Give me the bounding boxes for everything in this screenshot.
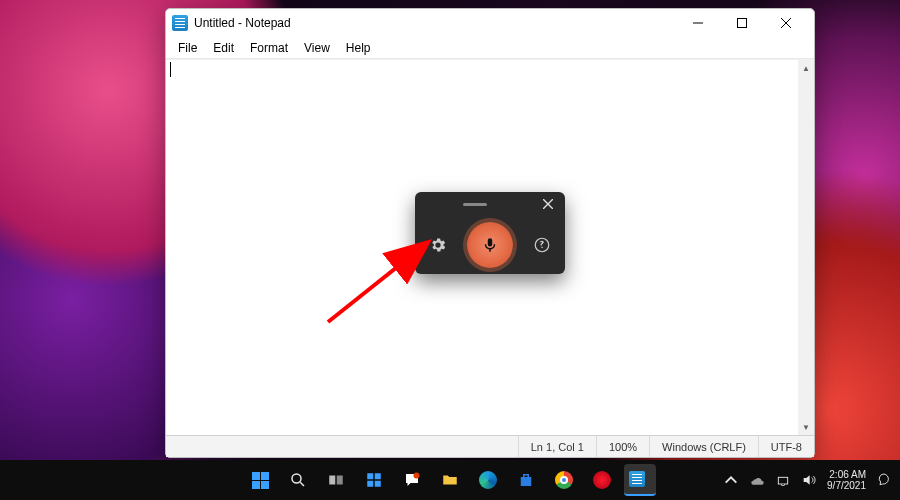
network-icon[interactable] (775, 472, 791, 488)
voice-close-button[interactable] (537, 193, 559, 215)
opera-icon (593, 471, 611, 489)
notepad-taskbar-button[interactable] (624, 464, 656, 496)
menu-view[interactable]: View (296, 39, 338, 57)
taskbar[interactable]: 2:06 AM 9/7/2021 (0, 460, 900, 500)
taskbar-center (244, 464, 656, 496)
svg-point-1 (535, 238, 549, 252)
chat-button[interactable] (396, 464, 428, 496)
svg-point-11 (414, 473, 420, 479)
file-explorer-button[interactable] (434, 464, 466, 496)
menu-format[interactable]: Format (242, 39, 296, 57)
help-icon (533, 236, 551, 254)
voice-settings-button[interactable] (427, 234, 449, 256)
start-button[interactable] (244, 464, 276, 496)
svg-rect-8 (375, 473, 381, 479)
voice-typing-panel[interactable] (415, 192, 565, 274)
statusbar: Ln 1, Col 1 100% Windows (CRLF) UTF-8 (166, 435, 814, 457)
store-icon (517, 471, 535, 489)
menu-file[interactable]: File (170, 39, 205, 57)
clock[interactable]: 2:06 AM 9/7/2021 (827, 469, 866, 492)
maximize-button[interactable] (720, 9, 764, 37)
chrome-icon (555, 471, 573, 489)
desktop: Untitled - Notepad File Edit Format View… (0, 0, 900, 500)
voice-drag-handle[interactable] (463, 203, 487, 206)
window-title: Untitled - Notepad (194, 16, 676, 30)
svg-rect-12 (778, 477, 787, 484)
svg-point-3 (292, 474, 301, 483)
status-encoding: UTF-8 (758, 436, 814, 457)
search-icon (289, 471, 307, 489)
svg-rect-10 (375, 481, 381, 487)
svg-rect-6 (337, 476, 343, 485)
opera-button[interactable] (586, 464, 618, 496)
volume-icon[interactable] (801, 472, 817, 488)
menu-edit[interactable]: Edit (205, 39, 242, 57)
search-button[interactable] (282, 464, 314, 496)
microphone-icon (481, 236, 499, 254)
task-view-button[interactable] (320, 464, 352, 496)
svg-line-4 (300, 482, 304, 486)
chrome-button[interactable] (548, 464, 580, 496)
notepad-icon (172, 15, 188, 31)
menubar: File Edit Format View Help (166, 37, 814, 59)
close-button[interactable] (764, 9, 808, 37)
system-tray[interactable]: 2:06 AM 9/7/2021 (723, 469, 892, 492)
svg-rect-5 (329, 476, 335, 485)
widgets-icon (365, 471, 383, 489)
status-position: Ln 1, Col 1 (518, 436, 596, 457)
chat-icon (403, 471, 421, 489)
onedrive-icon[interactable] (749, 472, 765, 488)
notepad-icon (629, 471, 645, 487)
store-button[interactable] (510, 464, 542, 496)
minimize-button[interactable] (676, 9, 720, 37)
widgets-button[interactable] (358, 464, 390, 496)
voice-help-button[interactable] (531, 234, 553, 256)
gear-icon (429, 236, 447, 254)
titlebar[interactable]: Untitled - Notepad (166, 9, 814, 37)
menu-help[interactable]: Help (338, 39, 379, 57)
clock-date: 9/7/2021 (827, 480, 866, 492)
scroll-up-arrow[interactable]: ▲ (798, 60, 814, 76)
svg-rect-9 (367, 481, 373, 487)
vertical-scrollbar[interactable]: ▲ ▼ (798, 60, 814, 435)
task-view-icon (327, 471, 345, 489)
folder-icon (441, 471, 459, 489)
status-eol: Windows (CRLF) (649, 436, 758, 457)
windows-logo-icon (252, 472, 269, 489)
microphone-button[interactable] (467, 222, 513, 268)
svg-rect-7 (367, 473, 373, 479)
tray-overflow-button[interactable] (723, 472, 739, 488)
edge-button[interactable] (472, 464, 504, 496)
scroll-down-arrow[interactable]: ▼ (798, 419, 814, 435)
status-zoom: 100% (596, 436, 649, 457)
clock-time: 2:06 AM (827, 469, 866, 481)
edge-icon (479, 471, 497, 489)
text-caret (170, 62, 171, 77)
notification-center-button[interactable] (876, 472, 892, 488)
svg-rect-0 (738, 19, 747, 28)
